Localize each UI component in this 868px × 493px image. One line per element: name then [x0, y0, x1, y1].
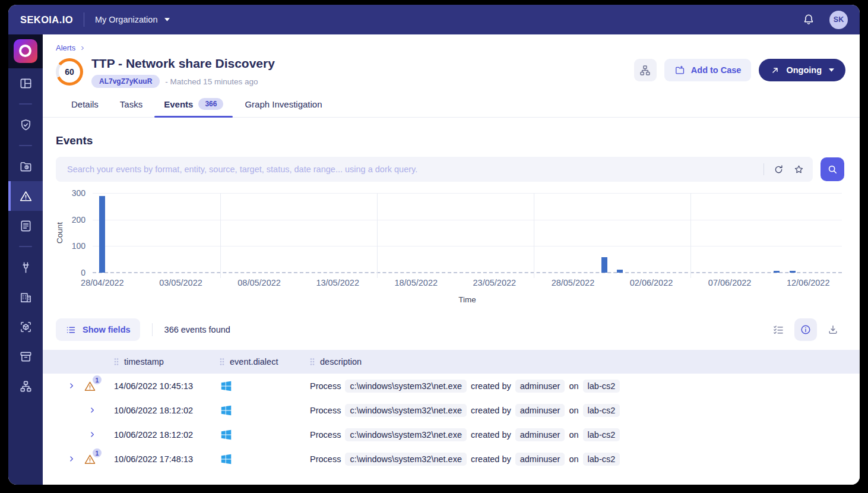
sidebar-item-sandbox[interactable]: [8, 312, 43, 342]
download-button[interactable]: [822, 318, 844, 341]
windows-logo-icon: [220, 380, 233, 393]
chevron-down-icon: [829, 68, 834, 72]
info-toggle-button[interactable]: [794, 318, 817, 341]
drag-handle-icon[interactable]: [114, 358, 119, 366]
notifications-bell-icon[interactable]: [802, 13, 815, 26]
column-header-event-dialect[interactable]: event.dialect: [220, 357, 310, 366]
x-axis-tick: 12/06/2022: [787, 278, 830, 287]
expand-row-chevron-icon[interactable]: [88, 406, 96, 414]
refresh-icon[interactable]: [773, 164, 784, 175]
expand-row-chevron-icon[interactable]: [68, 382, 75, 390]
status-dropdown-button[interactable]: Ongoing: [759, 59, 845, 81]
folder-plus-icon: [674, 65, 686, 76]
events-toolbar: Show fields 366 events found: [56, 318, 844, 341]
warning-count-badge: 1: [93, 448, 102, 457]
select-columns-button[interactable]: [767, 318, 790, 341]
chart-bar-11-06-2022: [790, 271, 796, 273]
sidebar-item-intelligence[interactable]: [8, 151, 43, 181]
x-axis-baseline: [93, 272, 842, 273]
description-value-chip: lab-cs2: [583, 404, 620, 417]
v-gridline: [690, 193, 691, 278]
sidebar-item-archive[interactable]: [8, 342, 43, 371]
description-value-chip: adminuser: [515, 428, 565, 441]
description-value-chip: lab-cs2: [583, 453, 620, 466]
description-value-chip: c:\windows\system32\net.exe: [345, 380, 467, 393]
h-gridline: [93, 246, 842, 246]
description-text: Process: [310, 406, 341, 415]
expand-row-chevron-icon[interactable]: [68, 455, 75, 463]
drag-handle-icon[interactable]: [310, 358, 315, 366]
table-body: 114/06/2022 10:45:13Processc:\windows\sy…: [43, 374, 860, 471]
column-header-label: description: [320, 357, 362, 366]
windows-logo-icon: [220, 453, 233, 466]
add-to-case-button[interactable]: Add to Case: [664, 59, 752, 81]
tab-label: Details: [71, 99, 99, 109]
alert-header: 60 TTP - Network share Discovery AL7vgZ7…: [43, 52, 860, 88]
search-input[interactable]: [66, 164, 764, 175]
drag-handle-icon[interactable]: [220, 358, 224, 366]
cell-timestamp: 10/06/2022 18:12:02: [114, 406, 220, 415]
y-axis-tick: 200: [72, 215, 85, 225]
table-row[interactable]: 114/06/2022 10:45:13Processc:\windows\sy…: [43, 374, 860, 398]
description-text: on: [569, 430, 578, 440]
sidebar-item-intakes[interactable]: [8, 252, 43, 282]
report-icon: [19, 219, 33, 233]
sidebar-divider: [19, 246, 32, 247]
alert-triangle-icon: [19, 189, 33, 203]
sidebar: [8, 34, 43, 485]
expand-row-chevron-icon[interactable]: [88, 431, 96, 438]
sidebar-item-organization[interactable]: [8, 282, 43, 312]
avatar[interactable]: SK: [829, 11, 848, 29]
main-content: Alerts 60 TTP - Network share Discovery …: [43, 34, 860, 485]
download-icon: [827, 324, 839, 336]
toolbar-icons: [767, 318, 844, 341]
sidebar-item-operations[interactable]: [8, 110, 43, 140]
chart-plot-area: Count 0100200300: [93, 193, 842, 273]
favorite-star-icon[interactable]: [793, 164, 804, 175]
row-controls: [43, 406, 114, 414]
search-tools: [764, 163, 804, 175]
header-actions: Add to Case Ongoing: [634, 59, 845, 81]
topbar-divider: [84, 12, 84, 27]
sidebar-item-hierarchy[interactable]: [8, 371, 43, 401]
tab-events[interactable]: Events366: [153, 97, 234, 117]
hierarchy-icon: [19, 380, 33, 393]
cell-description: Processc:\windows\system32\net.execreate…: [310, 453, 860, 466]
graph-view-button[interactable]: [634, 59, 657, 81]
sidebar-item-dashboards[interactable]: [8, 68, 43, 98]
description-value-chip: c:\windows\system32\net.exe: [345, 404, 467, 417]
tab-label: Tasks: [120, 99, 142, 109]
search-button[interactable]: [821, 157, 844, 181]
tab-graph-investigation[interactable]: Graph Investigation: [234, 97, 332, 117]
chart-bar-10-06-2022: [774, 271, 780, 273]
table-row[interactable]: 10/06/2022 18:12:02Processc:\windows\sys…: [43, 398, 860, 422]
warning-triangle-icon[interactable]: 1: [84, 380, 96, 391]
add-to-case-label: Add to Case: [691, 65, 742, 75]
sidebar-item-alerts[interactable]: [8, 181, 43, 211]
description-value-chip: lab-cs2: [583, 380, 620, 393]
sidebar-divider: [19, 103, 32, 105]
x-axis-tick: 28/04/2022: [81, 278, 124, 287]
search-box: [56, 157, 813, 182]
breadcrumb-chevron-icon: [80, 45, 85, 51]
warning-triangle-icon[interactable]: 1: [84, 453, 96, 464]
show-fields-button[interactable]: Show fields: [56, 318, 140, 341]
breadcrumb-alerts-link[interactable]: Alerts: [56, 43, 75, 52]
description-text: Process: [310, 381, 341, 391]
alert-short-id-badge: AL7vgZ7yKuuR: [91, 75, 160, 88]
column-header-timestamp[interactable]: timestamp: [114, 357, 220, 366]
x-axis-tick: 18/05/2022: [394, 278, 438, 287]
tab-details[interactable]: Details: [61, 97, 109, 117]
column-header-description[interactable]: description: [310, 357, 860, 366]
sidebar-item-reports[interactable]: [8, 211, 43, 241]
tab-count-badge: 366: [198, 98, 223, 110]
table-row[interactable]: 110/06/2022 17:48:13Processc:\windows\sy…: [43, 447, 860, 471]
sekoia-logo[interactable]: [14, 39, 37, 63]
table-row[interactable]: 10/06/2022 18:12:02Processc:\windows\sys…: [43, 422, 860, 447]
topbar-right: SK: [802, 11, 848, 29]
search-icon: [826, 163, 838, 175]
tab-tasks[interactable]: Tasks: [109, 97, 153, 117]
x-axis-ticks: 28/04/202203/05/202208/05/202213/05/2022…: [93, 278, 842, 292]
organization-switcher[interactable]: My Organization: [95, 15, 170, 24]
brand-logo: SEKOIA.IO: [20, 14, 73, 26]
